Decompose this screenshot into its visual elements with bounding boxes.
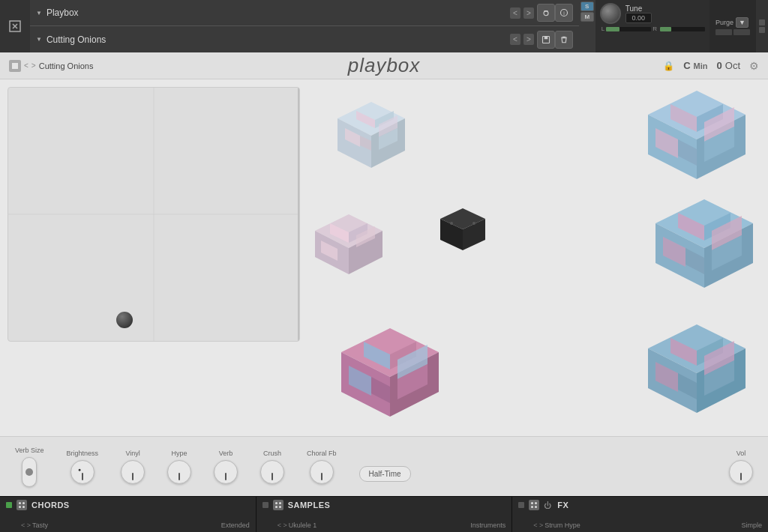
dice-dot-9 (531, 502, 533, 504)
samples-indicator (262, 502, 268, 508)
svg-rect-5 (12, 63, 18, 69)
purge-dropdown[interactable]: ▼ (736, 17, 748, 28)
header-bar: < > Cutting Onions playbox 🔒 C Min 0 Oct… (9, 60, 759, 72)
chords-mode: Extended (221, 522, 250, 529)
hype-control: Hype (167, 450, 191, 484)
brightness-control: Brightness (67, 450, 99, 484)
tab-samples-top: SAMPLES (262, 500, 506, 510)
verb-knob[interactable] (214, 460, 238, 484)
samples-sub-nav: Ukulele 1 (289, 522, 317, 529)
samples-mode: Instruments (470, 522, 506, 529)
xy-pad[interactable] (8, 87, 300, 342)
tab-chords[interactable]: CHORDS < > Tasty Extended (0, 497, 256, 532)
cube-7[interactable] (644, 321, 749, 421)
patch-name: Cutting Onions (46, 34, 106, 45)
kontakt-logo[interactable] (0, 0, 30, 52)
brightness-knob[interactable] (70, 460, 94, 484)
vol-knob[interactable] (729, 460, 753, 484)
fx-title: FX (557, 501, 568, 510)
patch-collapse-icon[interactable]: ▼ (36, 36, 42, 43)
lock-icon[interactable]: 🔒 (663, 61, 674, 71)
kontakt-bar: ▼ Playbox < > i ▼ Cutting Onions < > (0, 0, 768, 52)
choral-fb-knob[interactable] (310, 460, 334, 484)
info-btn[interactable]: i (555, 4, 573, 22)
dice-dot-7 (275, 506, 278, 508)
plugin-logo: playbox (348, 54, 421, 77)
svg-text:i: i (563, 10, 565, 16)
dice-dot-6 (279, 502, 281, 504)
s-button[interactable]: S (580, 1, 594, 11)
level-meter: L R (602, 25, 705, 32)
instrument-name: Playbox (46, 7, 79, 18)
fx-sub: < > Strum Hype (533, 522, 580, 529)
chords-indicator (6, 502, 12, 508)
crush-control: Crush (260, 450, 284, 484)
samples-title: SAMPLES (288, 501, 331, 510)
next-patch[interactable]: > (524, 34, 534, 45)
logo-text: playbox (348, 54, 421, 76)
master-tune-knob[interactable] (600, 3, 621, 24)
verb-size-label: Verb Size (15, 447, 44, 454)
brightness-label: Brightness (67, 450, 99, 457)
octave-value: 0 (717, 60, 722, 71)
collapse-icon[interactable]: ▼ (36, 10, 42, 16)
dice-dot-5 (275, 502, 278, 504)
samples-dice (273, 500, 284, 510)
tab-fx-bottom: < > Strum Hype Simple (518, 522, 762, 529)
crush-knob[interactable] (260, 460, 284, 484)
cube-6[interactable] (338, 324, 442, 425)
patch-row: ▼ Cutting Onions < > (30, 26, 579, 52)
delete-btn[interactable] (555, 31, 573, 49)
tab-samples-bottom: < > Ukulele 1 Instruments (262, 522, 506, 529)
prev-instrument[interactable]: < (510, 7, 520, 19)
half-time-button[interactable]: Half-Time (359, 466, 411, 482)
tab-samples[interactable]: SAMPLES < > Ukulele 1 Instruments (256, 497, 513, 532)
prev-patch[interactable]: < (510, 34, 520, 45)
key-select[interactable]: C Min (683, 60, 707, 71)
xy-ball[interactable] (116, 312, 133, 328)
cube-1[interactable] (330, 98, 412, 176)
dice-dot-4 (22, 506, 25, 508)
fx-mode: Simple (742, 522, 763, 529)
verb-label: Verb (219, 450, 233, 457)
chords-title: CHORDS (32, 501, 70, 510)
chords-sub-nav: Tasty (32, 522, 48, 529)
fx-power-icon: ⏻ (544, 501, 551, 510)
choral-fb-control: Choral Fb (307, 450, 337, 484)
tab-chords-top: CHORDS (6, 500, 250, 510)
next-instrument[interactable]: > (524, 7, 534, 19)
hype-label: Hype (172, 450, 188, 457)
mode-value: Min (694, 61, 708, 70)
svg-point-0 (544, 11, 548, 16)
plugin-content (0, 79, 768, 436)
m-button[interactable]: M (580, 12, 594, 22)
verb-size-control: Verb Size (15, 447, 44, 487)
vinyl-label: Vinyl (125, 450, 140, 457)
purge-label: Purge (716, 19, 734, 26)
cube-4[interactable] (439, 207, 488, 255)
cube-5[interactable] (652, 196, 757, 296)
camera-btn[interactable] (537, 4, 555, 22)
xy-pad-inner (8, 88, 299, 341)
fx-indicator (518, 502, 524, 508)
key-value: C (683, 60, 690, 71)
dice-dot-2 (22, 502, 25, 504)
vinyl-knob[interactable] (121, 460, 145, 484)
svg-point-37 (472, 222, 476, 225)
verb-size-slider[interactable] (22, 457, 37, 487)
save-btn[interactable] (537, 31, 555, 49)
dice-dot-10 (535, 502, 537, 504)
tab-fx[interactable]: ⏻ FX < > Strum Hype Simple (512, 497, 768, 532)
xy-divider (298, 88, 299, 341)
cube-3[interactable] (311, 211, 386, 281)
plugin-header: < > Cutting Onions playbox 🔒 C Min 0 Oct… (0, 52, 768, 79)
instrument-nav: < > (510, 7, 534, 19)
tune-label: Tune (626, 4, 652, 13)
hype-knob[interactable] (167, 460, 191, 484)
choral-fb-label: Choral Fb (307, 450, 337, 457)
cube-2[interactable] (644, 87, 749, 187)
oct-select: 0 Oct (717, 60, 740, 71)
settings-gear-icon[interactable]: ⚙ (749, 60, 759, 72)
dice-dot-12 (535, 506, 537, 508)
breadcrumb-sep2: > (32, 61, 36, 70)
